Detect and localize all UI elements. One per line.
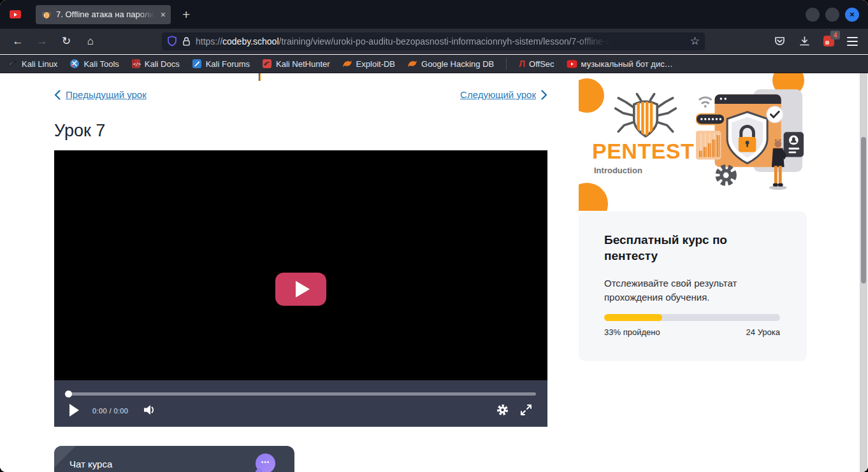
codeby-favicon-icon <box>41 10 52 20</box>
browser-window: 7. Offline атака на пароли × + × ← → ↻ ⌂ <box>0 0 868 472</box>
player-controls: 0:00 / 0:00 <box>54 380 547 427</box>
progress-percent-label: 33% пройдено <box>604 327 660 337</box>
menu-hamburger-icon[interactable] <box>847 37 858 46</box>
course-progress-fill <box>604 314 662 321</box>
maximize-button[interactable] <box>825 8 839 22</box>
toolbar-icons: 4 <box>774 36 858 47</box>
youtube-pinned-tab-icon[interactable] <box>10 10 21 18</box>
lesson-title: Урок 7 <box>54 121 105 141</box>
check-circle-graphic <box>767 106 783 123</box>
video-screen[interactable] <box>54 150 547 380</box>
reload-button[interactable]: ↻ <box>56 32 76 50</box>
bookmark-kali-docs[interactable]: </> Kali Docs <box>131 59 180 69</box>
bookmark-exploit-db[interactable]: Exploit-DB <box>342 59 395 69</box>
bookmark-music-bot[interactable]: музыкальный бот дис… <box>567 59 673 69</box>
orange-circle-decoration <box>579 183 608 211</box>
close-button[interactable]: × <box>845 8 859 22</box>
course-progress-card: Бесплатный курс по пентесту Отслеживайте… <box>579 211 807 361</box>
course-card-description: Отслеживайте свой результат прохождения … <box>604 276 783 304</box>
course-chat-widget[interactable]: Чат курса <box>54 446 294 472</box>
downloads-icon[interactable] <box>799 36 811 47</box>
bookmarks-separator <box>506 58 507 69</box>
bookmark-kali-nethunter[interactable]: Kali NetHunter <box>262 59 330 69</box>
svg-text:</>: </> <box>133 62 140 67</box>
wifi-icon <box>700 97 711 108</box>
tracking-protection-shield-icon[interactable] <box>167 36 177 46</box>
kali-dragon-icon <box>8 59 18 69</box>
bookmark-star-icon[interactable]: ☆ <box>690 34 700 48</box>
kali-forums-icon <box>192 59 202 69</box>
url-protocol: https:// <box>196 36 222 46</box>
video-player: 0:00 / 0:00 <box>54 150 547 427</box>
gear-graphic <box>718 167 734 183</box>
seek-bar[interactable] <box>66 392 536 396</box>
minimize-button[interactable] <box>806 8 820 22</box>
fullscreen-icon[interactable] <box>520 404 532 416</box>
offsec-icon: Л <box>519 59 525 69</box>
time-display: 0:00 / 0:00 <box>92 407 128 415</box>
kali-nethunter-icon <box>262 59 272 69</box>
back-button[interactable]: ← <box>8 32 28 50</box>
forward-button[interactable]: → <box>32 32 52 50</box>
tab-title: 7. Offline атака на пароли <box>56 10 156 19</box>
course-banner[interactable]: PENTEST Introduction <box>579 73 807 211</box>
bookmark-kali-tools[interactable]: Kali Tools <box>69 59 119 69</box>
lock-icon[interactable] <box>182 36 191 46</box>
bookmarks-bar: Kali Linux Kali Tools </> Kali Docs Kali… <box>0 55 868 73</box>
navigation-toolbar: ← → ↻ ⌂ https://codeby.school/training/v… <box>0 29 868 54</box>
kali-docs-icon: </> <box>131 59 141 69</box>
contact-card-graphic <box>784 132 804 157</box>
password-field-graphic <box>696 114 725 125</box>
bookmark-offsec[interactable]: Л OffSec <box>519 59 554 69</box>
url-domain: codeby.school <box>222 36 278 46</box>
brand-name: PENTEST <box>592 139 694 164</box>
scrollbar-track[interactable] <box>860 73 867 472</box>
url-text: https://codeby.school/training/view/urok… <box>196 36 686 46</box>
extension-badge: 4 <box>830 31 840 39</box>
progress-labels: 33% пройдено 24 Урока <box>604 327 780 337</box>
cutoff-text-fragment <box>259 73 261 81</box>
page-content: Предыдущий урок Следующий урок Урок 7 0:… <box>0 73 868 472</box>
chat-title: Чат курса <box>69 459 112 469</box>
settings-gear-icon[interactable] <box>496 403 509 417</box>
chevron-right-icon <box>541 90 547 100</box>
next-lesson-link[interactable]: Следующий урок <box>460 89 547 100</box>
exploit-db-icon <box>342 59 352 68</box>
orange-circle-decoration <box>579 78 604 113</box>
title-bar: 7. Offline атака на пароли × + × <box>0 0 868 29</box>
course-progress-track <box>604 314 780 321</box>
scrollbar-thumb[interactable] <box>861 137 866 283</box>
active-tab[interactable]: 7. Offline атака на пароли × <box>36 5 171 24</box>
play-button[interactable] <box>69 404 79 417</box>
new-tab-button[interactable]: + <box>182 7 190 22</box>
pentest-spider-logo-icon <box>611 91 681 142</box>
extension-button[interactable]: 4 <box>823 36 834 46</box>
url-path: /training/view/uroki-po-auditu-bezopasno… <box>279 36 614 46</box>
tab-close-icon[interactable]: × <box>161 10 166 19</box>
kali-tools-icon <box>69 59 80 69</box>
big-play-button[interactable] <box>275 273 326 306</box>
bar-chart-graphic <box>696 131 721 159</box>
bookmark-kali-forums[interactable]: Kali Forums <box>192 59 250 69</box>
pocket-save-icon[interactable] <box>774 36 786 47</box>
address-bar[interactable]: https://codeby.school/training/view/urok… <box>162 32 705 50</box>
chevron-left-icon <box>54 90 61 100</box>
brand-subtitle: Introduction <box>594 166 642 175</box>
google-hacking-db-icon <box>407 59 417 68</box>
lesson-navigation: Предыдущий урок Следующий урок <box>54 89 547 100</box>
window-controls: × <box>806 8 859 22</box>
lessons-count-label: 24 Урока <box>746 327 780 337</box>
volume-icon[interactable] <box>143 404 157 415</box>
youtube-icon <box>567 60 577 68</box>
chat-bubble-icon[interactable] <box>256 454 275 472</box>
course-card-title: Бесплатный курс по пентесту <box>604 232 783 264</box>
course-illustration <box>696 85 806 194</box>
previous-lesson-link[interactable]: Предыдущий урок <box>54 89 147 100</box>
bookmark-kali-linux[interactable]: Kali Linux <box>8 59 57 69</box>
seek-handle[interactable] <box>65 390 72 397</box>
bookmark-google-hacking-db[interactable]: Google Hacking DB <box>407 59 494 69</box>
home-button[interactable]: ⌂ <box>80 32 101 50</box>
